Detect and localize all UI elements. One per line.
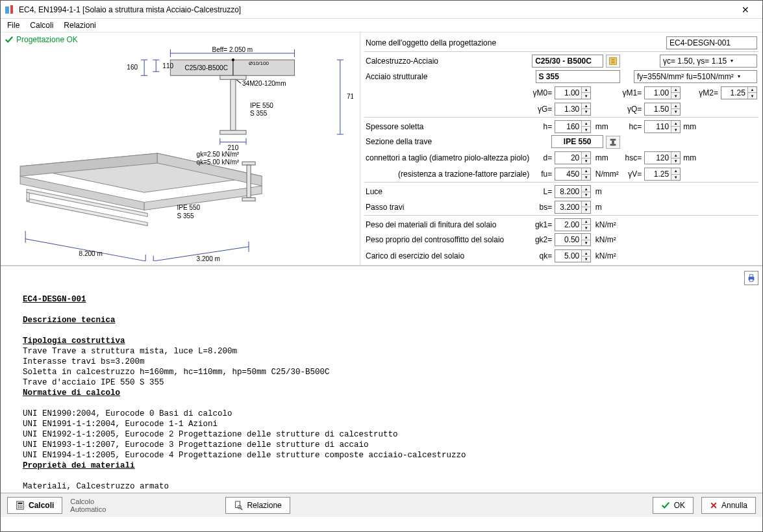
- gamma-combo[interactable]: γc= 1.50, γs= 1.15▾: [660, 55, 757, 68]
- hsc-spin[interactable]: ▲▼: [644, 151, 681, 164]
- svg-text:S 355: S 355: [250, 110, 268, 117]
- gV-spin[interactable]: ▲▼: [644, 168, 681, 181]
- svg-text:710: 710: [347, 93, 353, 100]
- diagram-pane: Progettazione OK Beff= 2.050 m C25/30-B5…: [1, 32, 360, 265]
- svg-rect-63: [749, 279, 753, 282]
- svg-text:Beff= 2.050 m: Beff= 2.050 m: [212, 46, 253, 53]
- svg-point-68: [21, 505, 23, 507]
- svg-rect-21: [220, 75, 246, 79]
- section-field: IPE 550: [551, 135, 603, 148]
- svg-point-69: [18, 507, 19, 509]
- report-h-desc: Descrizione tecnica: [23, 316, 116, 325]
- concsteel-input[interactable]: [532, 55, 603, 68]
- material-picker-icon[interactable]: [606, 55, 620, 68]
- print-button[interactable]: [744, 271, 758, 285]
- svg-text:Ø10/100: Ø10/100: [249, 60, 269, 66]
- h-spin[interactable]: ▲▼: [555, 120, 591, 133]
- qes-label: Carico di esercizio del solaio: [364, 248, 531, 264]
- svg-rect-62: [749, 275, 753, 277]
- check-icon: [5, 35, 14, 44]
- svg-rect-40: [247, 165, 251, 197]
- gk1-spin[interactable]: ▲▼: [555, 218, 591, 231]
- struct-combo[interactable]: fy=355N/mm² fu=510N/mm²▾: [634, 70, 757, 83]
- svg-rect-58: [610, 138, 616, 140]
- gfin-label: Peso dei materiali di finitura del solai…: [364, 215, 531, 232]
- svg-rect-59: [612, 140, 614, 144]
- report-h-norm: Normative di calcolo: [23, 388, 120, 398]
- report-title: EC4-DESGN-001: [23, 295, 86, 304]
- obj-label: Nome dell'oggetto della progettazione: [364, 35, 621, 51]
- gk2-spin[interactable]: ▲▼: [555, 233, 591, 246]
- menu-calcoli[interactable]: Calcoli: [30, 21, 53, 30]
- shear-label: connettori a taglio (diametro piolo-alte…: [364, 150, 531, 166]
- svg-rect-39: [242, 162, 255, 165]
- res-label: (resistenza a trazione-fattore parziale): [364, 166, 531, 183]
- gQ-spin[interactable]: ▲▼: [644, 103, 681, 116]
- gM2-spin[interactable]: ▲▼: [721, 86, 757, 99]
- passo-label: Passo travi: [364, 199, 531, 215]
- luce-label: Luce: [364, 183, 531, 199]
- qk-spin[interactable]: ▲▼: [555, 249, 591, 262]
- printer-icon: [747, 273, 756, 283]
- report-pane[interactable]: EC4-DESGN-001 Descrizione tecnica Tipolo…: [1, 266, 762, 492]
- form-pane: Nome dell'oggetto della progettazione Ca…: [360, 32, 762, 265]
- calcoli-button[interactable]: Calcoli: [7, 497, 62, 514]
- gcs-label: Peso proprio del controsoffitto del sola…: [364, 232, 531, 248]
- svg-text:C25/30-B500C: C25/30-B500C: [184, 64, 227, 71]
- svg-point-71: [21, 507, 23, 509]
- annulla-button[interactable]: Annulla: [701, 497, 756, 514]
- svg-line-74: [241, 508, 243, 510]
- app-icon: [5, 5, 15, 15]
- obj-name-input[interactable]: [666, 36, 757, 49]
- document-search-icon: [234, 501, 243, 510]
- svg-point-67: [19, 505, 21, 507]
- svg-text:34M20-120mm: 34M20-120mm: [242, 80, 286, 87]
- svg-marker-44: [27, 192, 29, 201]
- svg-text:S 355: S 355: [177, 212, 194, 220]
- gM1-spin[interactable]: ▲▼: [644, 86, 681, 99]
- section-picker-icon[interactable]: [606, 136, 620, 149]
- report-h-prop: Proprietà dei materiali: [23, 461, 135, 470]
- footer: Calcoli Calcolo Automatico Relazione OK …: [1, 492, 762, 517]
- hc-spin[interactable]: ▲▼: [644, 120, 681, 133]
- struct-input[interactable]: [536, 70, 620, 83]
- struct-label: Acciaio strutturale: [364, 68, 531, 84]
- svg-rect-22: [231, 79, 236, 130]
- svg-point-10: [232, 58, 234, 61]
- svg-rect-41: [242, 197, 255, 201]
- concsteel-label: Calcestruzzo-Acciaio: [364, 51, 531, 68]
- svg-rect-1: [10, 5, 13, 14]
- bs-spin[interactable]: ▲▼: [555, 201, 591, 214]
- sect-label: Sezione della trave: [364, 134, 531, 150]
- svg-point-66: [18, 505, 19, 507]
- svg-text:IPE 550: IPE 550: [250, 102, 273, 109]
- svg-text:gk=2.50 kN/m²: gk=2.50 kN/m²: [197, 151, 240, 158]
- titlebar: EC4, EN1994-1-1 [Solaio a struttura mist…: [1, 1, 762, 19]
- svg-text:160: 160: [127, 64, 138, 71]
- svg-rect-60: [610, 144, 616, 146]
- svg-rect-65: [18, 503, 23, 505]
- menu-file[interactable]: File: [7, 21, 19, 30]
- svg-text:110: 110: [162, 62, 173, 70]
- report-h-tip: Tipologia costruttiva: [23, 336, 125, 346]
- svg-rect-0: [5, 6, 9, 14]
- gG-spin[interactable]: ▲▼: [555, 103, 591, 116]
- window-title: EC4, EN1994-1-1 [Solaio a struttura mist…: [19, 5, 241, 14]
- svg-text:qk=5.00 kN/m²: qk=5.00 kN/m²: [197, 158, 240, 166]
- fu-spin[interactable]: ▲▼: [555, 168, 591, 181]
- slab-label: Spessore soletta: [364, 117, 531, 134]
- x-icon: [710, 501, 718, 509]
- status-ok: Progettazione OK: [5, 35, 356, 44]
- relazione-button[interactable]: Relazione: [225, 497, 290, 514]
- L-spin[interactable]: ▲▼: [555, 185, 591, 198]
- svg-rect-23: [220, 131, 246, 134]
- menu-relazioni[interactable]: Relazioni: [64, 21, 95, 30]
- svg-point-70: [19, 507, 21, 509]
- ok-button[interactable]: OK: [653, 497, 694, 514]
- d-spin[interactable]: ▲▼: [555, 151, 591, 164]
- close-button[interactable]: ✕: [732, 5, 758, 15]
- gM0-spin[interactable]: ▲▼: [555, 86, 591, 99]
- auto-label: Calcolo Automatico: [70, 498, 106, 513]
- svg-text:3.200 m: 3.200 m: [197, 255, 220, 261]
- structural-diagram: Beff= 2.050 m C25/30-B500C Ø10/100 34M20…: [14, 45, 353, 261]
